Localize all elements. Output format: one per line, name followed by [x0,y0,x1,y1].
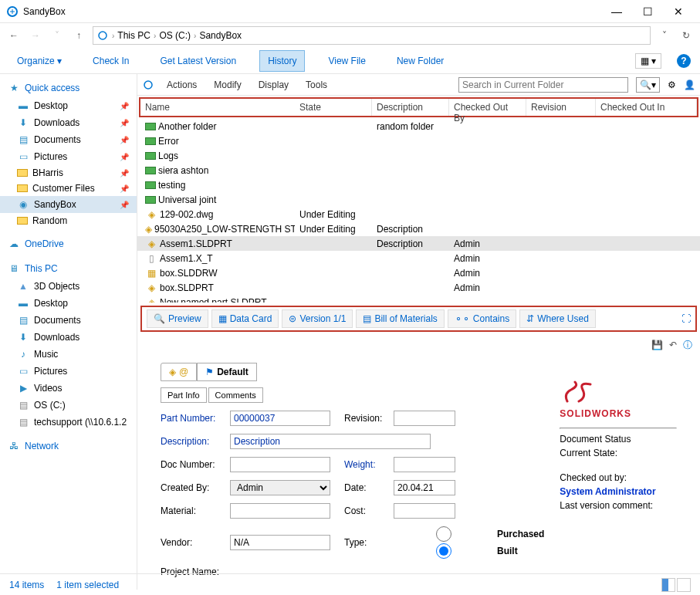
config-tab-default[interactable]: ⚑ Default [197,363,257,381]
select-createdby[interactable]: Admin [230,480,330,495]
file-row[interactable]: Another folderrandom folder [137,119,700,134]
address-dropdown[interactable]: ˅ [657,30,672,41]
maximize-button[interactable]: ☐ [632,1,663,22]
fullscreen-button[interactable]: ⛶ [681,313,691,324]
file-row[interactable]: ◈New named part SLDPRT [137,295,700,303]
sidebar-item-customerfiles[interactable]: Customer Files📌 [0,181,137,196]
network-header[interactable]: 🖧Network [0,437,137,455]
file-list[interactable]: Another folderrandom folderErrorLogssier… [137,119,700,303]
history-button[interactable]: History [259,50,305,72]
sidebar-item-music[interactable]: ♪Music [0,346,137,363]
refresh-icon[interactable] [142,79,154,91]
quick-access-header[interactable]: ★ Quick access [0,79,137,97]
file-row[interactable]: Error [137,134,700,148]
recent-dropdown[interactable]: ˅ [49,30,65,41]
config-tab-icons[interactable]: ◈ @ [161,363,197,381]
file-row[interactable]: ◈95030A250_LOW-STRENGTH STE...Under Edit… [137,221,700,236]
search-button[interactable]: 🔍▾ [636,77,660,93]
radio-built[interactable]: Built [394,543,544,559]
breadcrumb[interactable]: › This PC › OS (C:) › SandyBox [93,26,651,45]
sidebar-item-pictures[interactable]: ▭Pictures📌 [0,148,137,165]
search-input[interactable] [458,77,628,93]
sidebar-item-random[interactable]: Random [0,213,137,228]
input-docnumber[interactable] [230,457,330,472]
thispc-header[interactable]: 🖥This PC [0,259,137,278]
forward-button[interactable]: → [28,30,43,41]
sidebar-item-desktop[interactable]: ▬Desktop📌 [0,97,137,114]
file-row[interactable]: ◈129-002.dwgUnder Editing [137,207,700,221]
help-icon[interactable]: ? [677,54,691,68]
undo-icon[interactable]: ↶ [669,340,677,350]
file-row[interactable]: ▯Assem1.X_TAdmin [137,251,700,265]
tab-partinfo[interactable]: Part Info [161,387,207,403]
file-row[interactable]: testing [137,177,700,192]
sidebar-item-desktop2[interactable]: ▬Desktop [0,295,137,312]
col-checkedoutin[interactable]: Checked Out In [596,99,697,116]
input-cost[interactable] [394,503,455,519]
sidebar-item-bharris[interactable]: BHarris📌 [0,165,137,181]
file-row[interactable]: ▦box.SLDDRWAdmin [137,265,700,280]
tab-whereused[interactable]: ⇵Where Used [519,309,596,328]
input-vendor[interactable] [230,535,330,550]
organize-menu[interactable]: Organize ▾ [9,51,69,71]
input-partnumber[interactable] [230,411,330,426]
back-button[interactable]: ← [6,30,22,41]
display-menu[interactable]: Display [254,76,293,93]
breadcrumb-root[interactable]: This PC [117,30,150,41]
breadcrumb-drive[interactable]: OS (C:) [159,30,191,41]
tab-preview[interactable]: 🔍Preview [147,309,208,328]
user-icon[interactable]: 👤 [684,79,695,90]
sidebar-item-sandybox[interactable]: ◉SandyBox📌 [0,196,137,213]
sidebar-item-pictures2[interactable]: ▭Pictures [0,363,137,380]
sidebar-item-videos[interactable]: ▶Videos [0,380,137,397]
sidebar-item-downloads2[interactable]: ⬇Downloads [0,329,137,346]
filter-button[interactable]: ⚙ [668,79,676,90]
col-description[interactable]: Description [372,99,449,116]
sidebar-item-techsupport[interactable]: ▤techsupport (\\10.6.1.2 [0,414,137,431]
file-row[interactable]: siera ashton [137,163,700,177]
tab-bom[interactable]: ▤Bill of Materials [356,309,444,328]
new-folder-button[interactable]: New Folder [389,51,451,71]
col-state[interactable]: State [295,99,372,116]
close-button[interactable]: ✕ [663,1,694,22]
file-row[interactable]: Logs [137,148,700,163]
sidebar-item-osc[interactable]: ▤OS (C:) [0,397,137,414]
col-revision[interactable]: Revision [526,99,596,116]
sidebar-item-documents2[interactable]: ▤Documents [0,312,137,329]
input-weight[interactable] [394,457,455,472]
minimize-button[interactable]: — [601,1,632,22]
get-latest-button[interactable]: Get Latest Version [152,51,244,71]
tab-contains[interactable]: ⚬⚬Contains [448,309,516,328]
tab-version[interactable]: ⊜Version 1/1 [282,309,353,328]
actions-menu[interactable]: Actions [162,76,201,93]
view-file-button[interactable]: View File [320,51,373,71]
tools-menu[interactable]: Tools [301,76,332,93]
refresh-button[interactable]: ↻ [678,30,694,41]
input-date[interactable] [394,480,455,495]
checkin-button[interactable]: Check In [85,51,137,71]
radio-purchased[interactable]: Purchased [394,526,544,542]
file-row[interactable]: Universal joint [137,192,700,207]
save-icon[interactable]: 💾 [651,340,663,350]
status-item-count: 14 items [9,580,44,590]
tab-datacard[interactable]: ▦Data Card [211,309,279,328]
input-revision[interactable] [394,411,455,426]
modify-menu[interactable]: Modify [209,76,245,93]
col-checkedoutby[interactable]: Checked Out By [449,99,526,116]
file-row[interactable]: ◈box.SLDPRTAdmin [137,280,700,295]
up-button[interactable]: ↑ [71,30,86,41]
breadcrumb-folder[interactable]: SandyBox [199,30,242,41]
input-description[interactable] [230,434,431,449]
onedrive-header[interactable]: ☁OneDrive [0,235,137,253]
view-details-icon[interactable] [661,578,675,592]
col-name[interactable]: Name [140,99,295,116]
sidebar-item-documents[interactable]: ▤Documents📌 [0,131,137,148]
help-icon[interactable]: ⓘ [683,339,692,352]
sidebar-item-3dobjects[interactable]: ▲3D Objects [0,278,137,295]
tab-comments[interactable]: Comments [208,387,263,403]
view-options-button[interactable]: ▦ ▾ [635,53,661,69]
sidebar-item-downloads[interactable]: ⬇Downloads📌 [0,114,137,131]
view-large-icon[interactable] [677,578,691,592]
file-row[interactable]: ◈Assem1.SLDPRTDescriptionAdmin [137,236,700,251]
input-material[interactable] [230,503,330,519]
